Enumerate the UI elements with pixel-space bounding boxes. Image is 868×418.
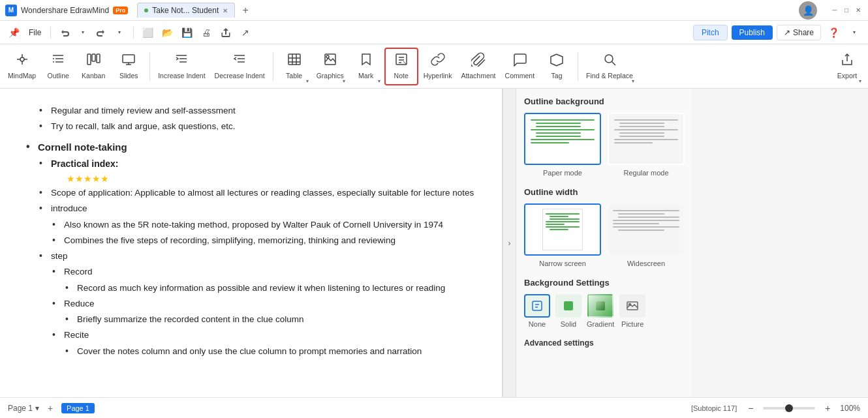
zoom-control: − + 100% [742,400,860,417]
narrow-screen-option[interactable]: Narrow screen [524,203,601,267]
tool-hyperlink[interactable]: Hyperlink [420,48,456,85]
tool-graphics[interactable]: Graphics ▾ [313,48,348,85]
paper-line [531,139,595,140]
bullet-icon: • [65,346,72,356]
active-tab[interactable]: Take Not... Student ✕ [137,3,235,18]
right-panel: Outline background [516,89,692,397]
settings-dropdown[interactable]: ▾ [846,24,863,41]
narrow-line [550,229,568,230]
menu-file[interactable]: File [25,26,45,39]
user-avatar[interactable]: 👤 [799,1,817,20]
item-text: Cover the notes column and only use the … [77,345,422,358]
svg-rect-22 [288,54,300,65]
toolbar-divider-3 [578,52,578,81]
status-bar: Page 1 ▾ + Page 1 [Subtopic 117] − + 100… [0,397,868,418]
slides-icon [121,52,136,70]
background-settings-title: Background Settings [524,278,684,288]
paper-mode-label: Paper mode [543,169,582,177]
regular-line [614,129,678,130]
tool-mark[interactable]: Mark ▾ [349,48,383,85]
bg-picture-option[interactable]: Picture [619,294,645,328]
zoom-in-button[interactable]: + [819,400,836,417]
undo-dropdown[interactable]: ▾ [74,24,91,41]
note-label: Note [394,72,409,80]
bg-solid-label: Solid [561,320,576,328]
open-icon[interactable]: 📂 [159,24,176,41]
tool-kanban[interactable]: Kanban [76,48,110,85]
tool-mindmap[interactable]: MindMap [4,48,40,85]
regular-line [614,139,678,140]
main-area: • Regular and timely review and self-ass… [0,89,868,397]
export-dropdown-arrow: ▾ [859,78,861,84]
outline-content: • Regular and timely review and self-ass… [0,89,503,397]
template-icon[interactable]: ⬜ [139,24,156,41]
outline-background-section: Outline background [524,97,684,177]
zoom-slider[interactable] [763,407,815,410]
regular-lines [614,119,678,145]
width-options-grid: Narrow screen [524,203,684,267]
app-name: Wondershare EdrawMind [21,6,109,15]
bg-solid-option[interactable]: Solid [555,294,581,328]
outline-background-title: Outline background [524,97,684,106]
tab-close-icon[interactable]: ✕ [223,7,228,14]
list-item: • Practical index: [39,157,476,171]
page-dropdown[interactable]: ▾ [35,404,39,413]
paper-thumb [525,114,600,164]
tool-note[interactable]: Note [384,48,418,85]
tool-export[interactable]: Export ▾ [830,48,864,85]
svg-rect-13 [123,55,134,63]
export-icon [840,52,854,70]
add-page-button[interactable]: + [43,401,57,415]
tool-decrease-indent[interactable]: Decrease Indent [211,48,269,85]
outline-label: Outline [48,72,69,80]
paper-mode-option[interactable]: Paper mode [524,113,601,177]
pin-icon[interactable]: 📌 [5,24,22,41]
share-menu-icon[interactable] [217,24,234,41]
print-icon[interactable]: 🖨 [198,24,215,41]
narrow-line [546,226,580,228]
regular-mode-option[interactable]: Regular mode [608,113,685,177]
bullet-icon: • [52,266,59,276]
graphics-icon [323,52,337,70]
tool-slides[interactable]: Slides [112,48,146,85]
minimize-button[interactable]: ─ [830,6,839,15]
redo-dropdown[interactable]: ▾ [111,24,128,41]
current-page-tab[interactable]: Page 1 [61,403,95,413]
bullet-icon: • [52,298,59,308]
close-button[interactable]: ✕ [854,6,863,15]
tool-outline[interactable]: Outline [41,48,75,85]
tool-comment[interactable]: Comment [501,48,539,85]
svg-rect-37 [564,301,573,310]
more-menu-icon[interactable]: ↗ [237,24,254,41]
pitch-button[interactable]: Pitch [693,25,728,40]
bullet-icon: • [39,187,46,198]
new-tab-button[interactable]: + [238,3,253,18]
app-icon: M [5,5,17,16]
widescreen-option[interactable]: Widescreen [608,203,685,267]
bg-gradient-option[interactable]: Gradient [587,294,614,328]
redo-button[interactable] [93,24,110,41]
save-icon[interactable]: 💾 [178,24,195,41]
item-text: Reduce [64,297,95,310]
tool-find-replace[interactable]: Find & Replace ▾ [582,48,637,85]
list-item: • Record as much key information as poss… [65,282,476,295]
bg-none-option[interactable]: None [524,294,550,328]
tab-dot [144,8,148,12]
wide-line [613,226,679,228]
tool-attachment[interactable]: Attachment [457,48,499,85]
undo-button[interactable] [56,24,73,41]
tool-table[interactable]: Table ▾ [277,48,311,85]
paper-line [536,132,581,134]
help-icon[interactable]: ❓ [825,24,842,41]
widescreen-label: Widescreen [627,260,665,267]
find-replace-label: Find & Replace [586,72,633,80]
zoom-out-button[interactable]: − [742,400,759,417]
tool-tag[interactable]: Tag [540,48,574,85]
publish-button[interactable]: Publish [732,25,773,40]
share-button[interactable]: ↗ Share [777,25,821,40]
panel-collapse-button[interactable]: › [503,89,516,397]
regular-mode-thumbnail [608,113,685,165]
menu-bar: 📌 File ▾ ▾ ⬜ 📂 💾 🖨 ↗ Pitch Publish ↗ Sha… [0,21,868,44]
tool-increase-indent[interactable]: Increase Indent [154,48,209,85]
maximize-button[interactable]: □ [842,6,851,15]
